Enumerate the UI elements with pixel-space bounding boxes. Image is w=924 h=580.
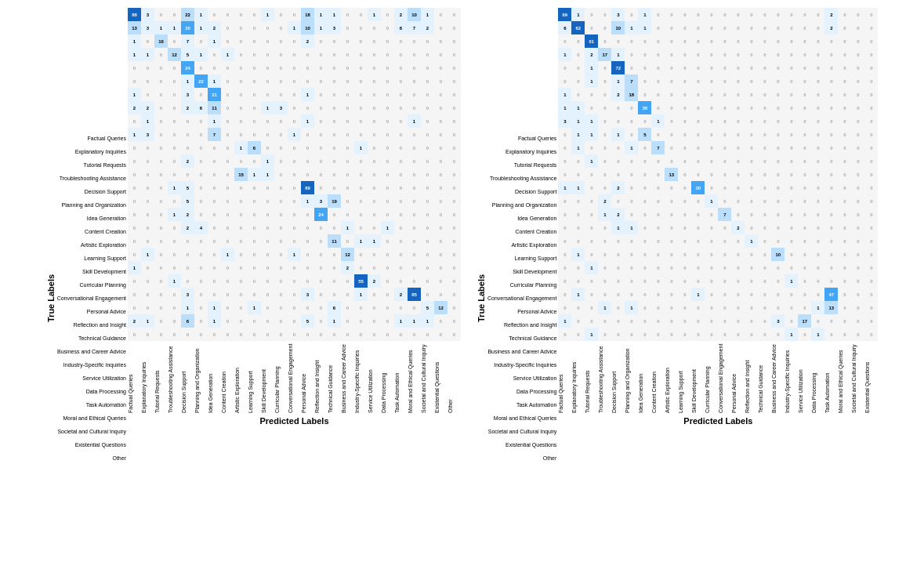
cell-11-12: 0 bbox=[288, 154, 301, 168]
cell-19-14: 0 bbox=[314, 261, 328, 274]
cell-11-14: 0 bbox=[745, 154, 758, 168]
cell-11-19: 0 bbox=[381, 154, 394, 168]
cell-4-21: 0 bbox=[408, 61, 421, 74]
cell-17-3: 0 bbox=[168, 234, 181, 248]
cell-18-0: 0 bbox=[128, 248, 141, 261]
cell-4-15: 0 bbox=[328, 61, 341, 74]
cell-2-4: 0 bbox=[611, 34, 625, 48]
cell-2-11: 0 bbox=[274, 34, 288, 48]
cell-12-10: 0 bbox=[691, 168, 705, 181]
cell-12-12: 0 bbox=[718, 168, 731, 181]
cell-3-16: 0 bbox=[341, 48, 354, 61]
x-label-9: Learning Support bbox=[248, 343, 261, 413]
cell-1-24: 0 bbox=[448, 21, 461, 34]
cell-6-1: 0 bbox=[571, 88, 585, 101]
cell-7-18: 0 bbox=[798, 101, 811, 114]
cell-1-0: 6 bbox=[558, 21, 571, 34]
cell-14-19: 0 bbox=[811, 194, 824, 208]
cell-4-0: 0 bbox=[128, 61, 141, 74]
y-label-22: Societal and Cultural Inquiry bbox=[487, 425, 558, 438]
x-label-10: Skill Development bbox=[261, 343, 274, 413]
cell-3-23: 0 bbox=[864, 48, 878, 61]
cell-2-22: 0 bbox=[851, 34, 864, 48]
cell-15-12: 0 bbox=[288, 208, 301, 221]
cell-23-19: 0 bbox=[381, 314, 394, 328]
y-label-9: Learning Support bbox=[57, 252, 128, 265]
cell-24-17: 0 bbox=[354, 328, 368, 341]
cell-10-17: 1 bbox=[354, 141, 368, 154]
cell-9-22: 0 bbox=[421, 128, 434, 141]
cell-4-24: 0 bbox=[448, 61, 461, 74]
cell-3-3: 17 bbox=[598, 48, 611, 61]
cell-19-9: 0 bbox=[248, 261, 261, 274]
cell-18-11: 0 bbox=[274, 248, 288, 261]
cell-14-23: 0 bbox=[434, 194, 448, 208]
cell-24-17: 1 bbox=[784, 328, 798, 341]
cell-1-22: 0 bbox=[851, 21, 864, 34]
cell-22-23: 12 bbox=[434, 301, 448, 314]
cell-7-17: 0 bbox=[784, 101, 798, 114]
cell-1-13: 0 bbox=[731, 21, 745, 34]
cell-23-20: 1 bbox=[394, 314, 408, 328]
cell-20-15: 0 bbox=[328, 274, 341, 288]
cell-0-21: 10 bbox=[408, 8, 421, 21]
cell-17-7: 0 bbox=[651, 234, 665, 248]
cell-11-24: 0 bbox=[448, 154, 461, 168]
cell-8-4: 0 bbox=[611, 114, 625, 128]
cell-3-7: 0 bbox=[651, 48, 665, 61]
cell-10-9: 6 bbox=[248, 141, 261, 154]
cell-9-18: 0 bbox=[798, 128, 811, 141]
cell-14-8: 0 bbox=[665, 194, 678, 208]
cell-3-11: 0 bbox=[705, 48, 718, 61]
cell-16-5: 4 bbox=[194, 221, 208, 234]
cell-21-14: 0 bbox=[745, 288, 758, 301]
cell-4-17: 0 bbox=[354, 61, 368, 74]
cell-0-15: 1 bbox=[328, 8, 341, 21]
cell-17-0: 0 bbox=[558, 234, 571, 248]
cell-16-8: 0 bbox=[665, 221, 678, 234]
cell-7-2: 0 bbox=[585, 101, 598, 114]
cell-16-9: 0 bbox=[678, 221, 691, 234]
cell-12-3: 0 bbox=[168, 168, 181, 181]
cell-7-1: 2 bbox=[141, 101, 154, 114]
cell-16-13: 2 bbox=[731, 221, 745, 234]
cell-24-1: 0 bbox=[141, 328, 154, 341]
cell-10-22: 0 bbox=[851, 141, 864, 154]
cell-4-5: 0 bbox=[625, 61, 638, 74]
cell-21-2: 0 bbox=[585, 288, 598, 301]
cell-13-12: 0 bbox=[718, 181, 731, 194]
cell-15-9: 0 bbox=[248, 208, 261, 221]
cell-12-18: 0 bbox=[368, 168, 381, 181]
cell-21-4: 3 bbox=[181, 288, 194, 301]
cell-8-11: 0 bbox=[705, 114, 718, 128]
cell-12-8: 15 bbox=[234, 168, 248, 181]
cell-6-17: 0 bbox=[354, 88, 368, 101]
cell-4-3: 0 bbox=[168, 61, 181, 74]
cell-9-0: 0 bbox=[558, 128, 571, 141]
cell-21-1: 0 bbox=[141, 288, 154, 301]
cell-1-5: 1 bbox=[194, 21, 208, 34]
cell-9-3: 0 bbox=[168, 128, 181, 141]
cell-9-2: 0 bbox=[154, 128, 168, 141]
x-label-20: Task Automation bbox=[394, 343, 408, 413]
cell-16-23: 0 bbox=[864, 221, 878, 234]
x-label-18: Service Utilization bbox=[798, 343, 811, 413]
cell-2-12: 0 bbox=[288, 34, 301, 48]
cell-22-12: 0 bbox=[288, 301, 301, 314]
cell-3-6: 0 bbox=[208, 48, 221, 61]
cell-2-13: 0 bbox=[731, 34, 745, 48]
cell-3-14: 0 bbox=[745, 48, 758, 61]
cell-21-12: 0 bbox=[718, 288, 731, 301]
cell-10-21: 0 bbox=[838, 141, 851, 154]
cell-2-2: 16 bbox=[154, 34, 168, 48]
cell-18-8: 0 bbox=[234, 248, 248, 261]
cell-10-18: 0 bbox=[368, 141, 381, 154]
cell-12-17: 0 bbox=[784, 168, 798, 181]
cell-17-11: 0 bbox=[705, 234, 718, 248]
cell-8-1: 1 bbox=[571, 114, 585, 128]
cell-12-6: 0 bbox=[638, 168, 651, 181]
y-label-24: Other bbox=[487, 451, 558, 465]
page-container: True Labels Factual QueriesExplanatory I… bbox=[0, 0, 924, 580]
cell-8-13: 1 bbox=[301, 114, 314, 128]
cell-12-15: 0 bbox=[328, 168, 341, 181]
